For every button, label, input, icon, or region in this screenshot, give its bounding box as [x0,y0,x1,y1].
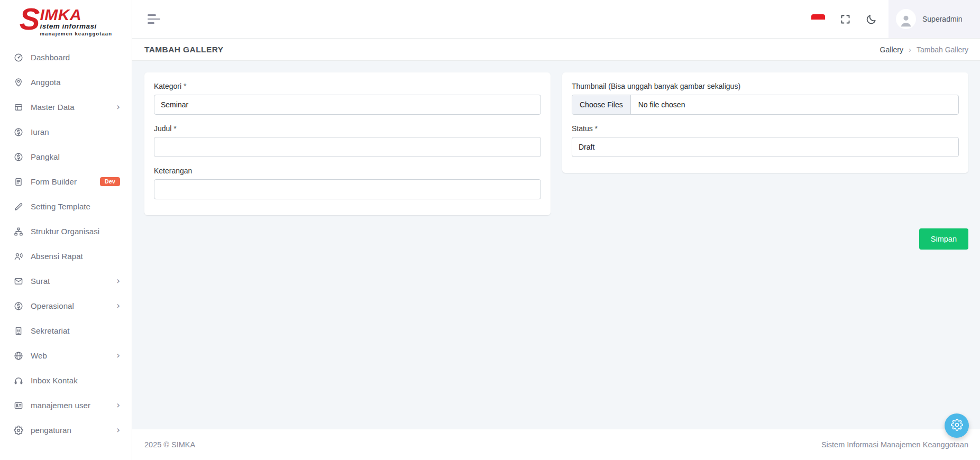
moon-icon [866,14,877,25]
breadcrumb-gallery-link[interactable]: Gallery [880,45,903,54]
avatar [896,9,916,29]
sidebar-item-label: Inbox Kontak [31,376,78,385]
language-flag-button[interactable] [808,11,828,27]
brand-logo-text: IMKA [40,7,82,22]
choose-files-button[interactable]: Choose Files [572,95,631,114]
chevron-right-icon: › [116,351,120,360]
kategori-select[interactable] [154,95,541,115]
sidebar-item-iuran[interactable]: Iuran [0,119,132,144]
building-icon [14,326,23,336]
sidebar-item-label: Form Builder [31,177,77,186]
dollar-circle-icon [14,301,23,311]
brand-tagline-1: istem informasi [40,22,97,30]
sidebar-item-pangkal[interactable]: Pangkal [0,144,132,169]
sidebar: S IMKA istem informasi manajemen keanggo… [0,0,132,460]
form-icon [14,177,23,187]
sidebar-item-label: Setting Template [31,202,90,211]
sitemap-icon [14,227,23,236]
sidebar-item-setting-template[interactable]: Setting Template [0,194,132,219]
dollar-circle-icon [14,152,23,162]
user-menu[interactable]: Superadmin [889,0,980,38]
keterangan-label: Keterangan [154,167,541,175]
chevron-right-icon: › [116,103,120,112]
sidebar-item-inbox-kontak[interactable]: Inbox Kontak [0,368,132,393]
breadcrumb: Gallery › Tambah Gallery [880,45,968,54]
footer: 2025 © SIMKA Sistem Informasi Manajemen … [132,429,980,460]
hamburger-menu-button[interactable] [148,14,161,24]
chevron-right-icon: › [116,401,120,410]
sidebar-item-operasional[interactable]: Operasional› [0,293,132,318]
sidebar-item-label: Master Data [31,103,75,112]
sidebar-item-label: manajemen user [31,401,90,410]
judul-input[interactable] [154,137,541,157]
page-head: TAMBAH GALLERY Gallery › Tambah Gallery [132,39,980,61]
status-label: Status * [572,124,959,133]
sidebar-item-anggota[interactable]: Anggota [0,70,132,95]
sidebar-item-label: Surat [31,277,50,286]
sidebar-item-label: Operasional [31,301,74,310]
chevron-right-icon: › [116,277,120,286]
gear-icon [14,426,23,435]
topbar: Superadmin [132,0,980,39]
fullscreen-icon [840,14,851,25]
footer-copyright: 2025 © SIMKA [144,440,195,449]
sidebar-item-label: Iuran [31,127,49,136]
sidebar-item-label: Pangkal [31,152,60,161]
brand-tagline-2: manajemen keanggotaan [40,31,113,36]
sidebar-item-dashboard[interactable]: Dashboard [0,45,132,70]
sidebar-item-label: pengaturan [31,426,71,435]
globe-icon [14,351,23,361]
dark-mode-button[interactable] [863,11,880,28]
kategori-label: Kategori * [154,82,541,90]
thumbnail-file-input[interactable]: Choose Files No file chosen [572,95,959,115]
sidebar-item-sekretariat[interactable]: Sekretariat [0,318,132,343]
table-icon [14,103,23,112]
gauge-icon [14,53,23,62]
content-area: Kategori * Judul * Keterangan Thumbnail [132,61,980,429]
sidebar-menu: DashboardAnggotaMaster Data›IuranPangkal… [0,40,132,460]
sidebar-item-pengaturan[interactable]: pengaturan› [0,418,132,443]
file-chosen-status: No file chosen [631,95,693,114]
envelope-icon [14,277,23,286]
sidebar-item-master-data[interactable]: Master Data› [0,95,132,119]
main-column: Superadmin TAMBAH GALLERY Gallery › Tamb… [132,0,980,460]
indonesia-flag-icon [811,14,825,24]
id-card-icon [14,401,23,410]
chevron-right-icon: › [116,426,120,435]
page-title: TAMBAH GALLERY [144,45,223,54]
save-button[interactable]: Simpan [919,228,968,250]
sidebar-item-surat[interactable]: Surat› [0,269,132,293]
member-pin-icon [14,78,23,87]
person-voice-icon [14,252,23,261]
gallery-form-card-left: Kategori * Judul * Keterangan [144,72,551,215]
brush-icon [14,202,23,211]
gallery-form-card-right: Thumbnail (Bisa unggah banyak gambar sek… [562,72,968,173]
sidebar-item-label: Struktur Organisasi [31,227,99,236]
gear-icon [951,419,963,433]
sidebar-item-absensi-rapat[interactable]: Absensi Rapat [0,244,132,269]
sidebar-item-struktur-organisasi[interactable]: Struktur Organisasi [0,219,132,244]
sidebar-item-label: Anggota [31,78,61,87]
brand-logo-wrap: S IMKA istem informasi manajemen keanggo… [20,6,112,36]
headset-icon [14,376,23,385]
theme-settings-fab[interactable] [945,413,969,438]
judul-label: Judul * [154,124,541,133]
chevron-right-icon: › [116,301,120,310]
sidebar-item-web[interactable]: Web› [0,343,132,368]
app-root: S IMKA istem informasi manajemen keanggo… [0,0,980,460]
sidebar-item-label: Web [31,351,47,360]
footer-app-name: Sistem Informasi Manajemen Keanggotaan [821,440,968,449]
brand-logo[interactable]: S IMKA istem informasi manajemen keanggo… [0,0,132,40]
status-select[interactable] [572,137,959,157]
sidebar-item-label: Dashboard [31,53,70,62]
sidebar-item-form-builder[interactable]: Form BuilderDev [0,169,132,194]
brand-logo-s: S [20,6,39,32]
breadcrumb-current: Tambah Gallery [917,45,968,54]
sidebar-item-label: Absensi Rapat [31,252,83,261]
dollar-circle-icon [14,127,23,137]
fullscreen-button[interactable] [837,11,854,28]
sidebar-item-manajemen-user[interactable]: manajemen user› [0,393,132,418]
thumbnail-label: Thumbnail (Bisa unggah banyak gambar sek… [572,82,959,90]
sidebar-item-label: Sekretariat [31,326,70,335]
keterangan-input[interactable] [154,179,541,199]
